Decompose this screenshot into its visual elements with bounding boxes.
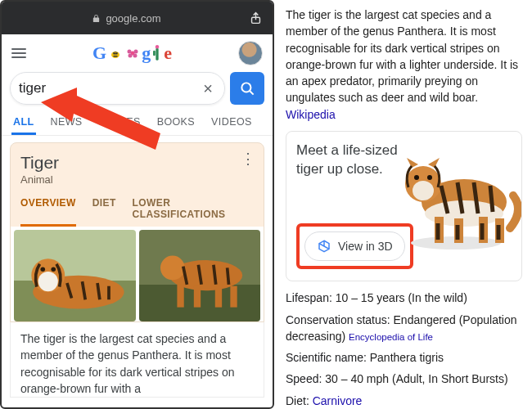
sciname-label: Scientific name: — [286, 351, 367, 364]
tiger-3d-icon — [390, 138, 521, 253]
conservation-source-link[interactable]: Encyclopedia of Life — [349, 332, 433, 342]
kp-more-button[interactable]: ⋮ — [241, 151, 255, 166]
search-button[interactable] — [230, 72, 264, 105]
account-avatar[interactable] — [238, 41, 263, 65]
tab-images[interactable]: IMAGES — [97, 110, 142, 135]
browser-toolbar: google.com — [2, 2, 273, 34]
search-tabs: ALL NEWS IMAGES BOOKS VIDEOS — [2, 110, 273, 136]
svg-rect-10 — [153, 51, 156, 56]
doodle-bee-icon — [107, 45, 124, 61]
kp-tabs: OVERVIEW DIET LOWER CLASSIFICATIONS — [11, 189, 264, 227]
kp-tab-diet[interactable]: DIET — [92, 197, 116, 227]
svg-rect-22 — [193, 286, 200, 308]
svg-point-17 — [40, 267, 45, 272]
svg-point-30 — [414, 175, 419, 180]
doodle-cactus-icon — [151, 44, 163, 62]
ar-card: Meet a life-sized tiger up close. View i… — [286, 131, 522, 281]
mobile-screenshot-left: google.com G g e — [0, 0, 274, 409]
share-icon — [249, 10, 263, 26]
diet-label: Diet: — [286, 394, 309, 407]
lifespan-value: 10 – 15 years (In the wild) — [336, 291, 467, 304]
svg-point-29 — [413, 181, 434, 200]
svg-point-5 — [128, 50, 132, 54]
svg-rect-3 — [114, 56, 118, 57]
svg-rect-23 — [214, 285, 221, 308]
sciname-value: Panthera tigris — [370, 351, 444, 364]
svg-point-12 — [241, 83, 250, 92]
svg-point-18 — [51, 267, 56, 272]
doodle-flower-icon — [124, 45, 141, 61]
kp-tab-lower[interactable]: LOWER CLASSIFICATIONS — [133, 197, 254, 227]
kp-title: Tiger — [20, 153, 254, 173]
clear-button[interactable]: × — [200, 80, 216, 97]
svg-point-7 — [128, 54, 133, 58]
detail-pane: The tiger is the largest cat species and… — [274, 0, 532, 409]
speed-label: Speed: — [286, 372, 322, 385]
tiger-lying-icon — [14, 230, 135, 315]
svg-rect-21 — [177, 285, 183, 308]
svg-marker-32 — [407, 158, 418, 168]
menu-button[interactable] — [11, 48, 26, 58]
svg-rect-9 — [156, 47, 159, 60]
speed-value: 30 – 40 mph (Adult, In Short Bursts) — [325, 372, 507, 385]
svg-rect-24 — [230, 286, 237, 308]
lock-icon — [92, 13, 101, 24]
svg-line-13 — [250, 91, 253, 94]
svg-rect-2 — [114, 53, 118, 55]
lifespan-label: Lifespan: — [286, 291, 332, 304]
svg-marker-33 — [428, 158, 440, 168]
search-row: × — [2, 69, 273, 110]
wikipedia-link[interactable]: Wikipedia — [286, 108, 336, 121]
cube-icon — [317, 239, 331, 254]
kp-image-2[interactable] — [139, 230, 261, 321]
svg-point-8 — [133, 54, 138, 58]
address-bar[interactable]: google.com — [7, 12, 246, 25]
search-input[interactable] — [19, 80, 200, 97]
share-button[interactable] — [246, 9, 264, 27]
search-box[interactable]: × — [10, 72, 225, 105]
tab-books[interactable]: BOOKS — [156, 110, 196, 135]
kp-tab-overview[interactable]: OVERVIEW — [20, 197, 76, 227]
conservation-label: Conservation status: — [286, 313, 390, 326]
diet-link[interactable]: Carnivore — [313, 394, 363, 407]
tab-news[interactable]: NEWS — [49, 110, 84, 135]
google-header: G g e — [2, 34, 273, 69]
url-text: google.com — [106, 12, 160, 25]
svg-point-16 — [38, 272, 58, 291]
tiger-walking-icon — [139, 230, 260, 315]
svg-point-20 — [160, 256, 184, 281]
detail-description: The tiger is the largest cat species and… — [286, 8, 518, 104]
tab-videos[interactable]: VIDEOS — [210, 110, 254, 135]
svg-point-1 — [111, 52, 119, 58]
svg-point-11 — [156, 45, 159, 48]
view3d-label: View in 3D — [338, 238, 393, 254]
kp-subtitle: Animal — [20, 173, 254, 186]
knowledge-panel: Tiger Animal ⋮ OVERVIEW DIET LOWER CLASS… — [10, 142, 264, 322]
kp-image-1[interactable] — [14, 230, 136, 321]
tab-all[interactable]: ALL — [11, 110, 36, 135]
kp-description: The tiger is the largest cat species and… — [10, 322, 264, 398]
kp-image-row — [11, 227, 264, 321]
svg-point-31 — [427, 175, 432, 180]
google-logo[interactable]: G g e — [26, 43, 238, 64]
search-icon — [240, 81, 255, 97]
facts-list: Lifespan: 10 – 15 years (In the wild) Co… — [286, 290, 522, 409]
svg-point-6 — [134, 50, 138, 54]
